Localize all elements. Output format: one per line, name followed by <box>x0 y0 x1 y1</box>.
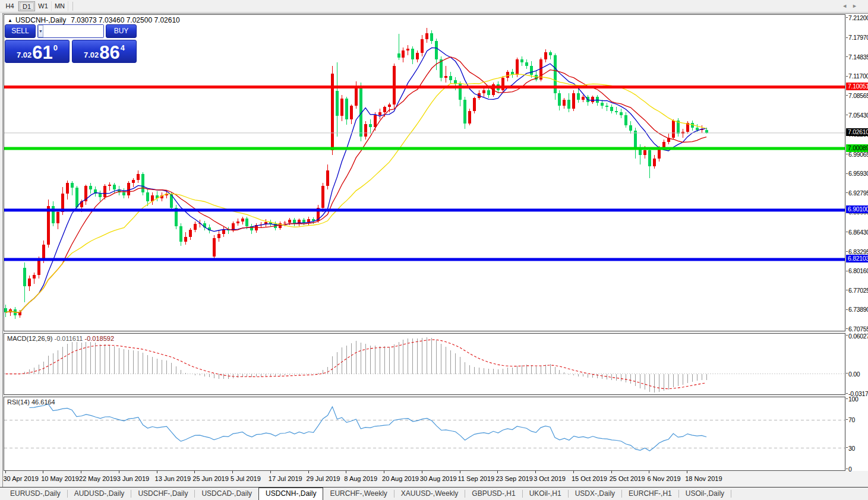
price-axis-tickmark <box>846 271 848 271</box>
horizontal-level-line-7.10051[interactable] <box>4 86 845 88</box>
price-tag-level: 6.82103 <box>846 255 868 262</box>
time-axis-tickmark <box>687 471 687 473</box>
time-axis[interactable]: 30 Apr 201910 May 201922 May 20193 Jun 2… <box>4 471 868 486</box>
time-axis-tickmark <box>384 471 384 473</box>
time-axis-label: 17 Jul 2019 <box>269 475 302 482</box>
chart-tab-usdchf-daily[interactable]: USDCHF-,Daily <box>131 488 194 500</box>
buy-price-big-digits: 86 <box>99 45 119 61</box>
time-axis-label: 23 Sep 2019 <box>495 475 532 482</box>
time-axis-label: 25 Oct 2019 <box>610 475 645 482</box>
price-axis-tickmark <box>846 17 848 18</box>
timeframe-button-d1[interactable]: D1 <box>18 1 35 11</box>
timeframe-button-w1[interactable]: W1 <box>35 1 52 11</box>
time-axis-tickmark <box>194 471 195 473</box>
rsi-axis-tick-label: 30 <box>848 445 855 452</box>
time-axis-tickmark <box>497 471 498 473</box>
time-axis-tickmark <box>5 471 6 473</box>
macd-main-value: -0.011611 <box>54 335 83 342</box>
tab-separator <box>731 490 731 498</box>
price-axis-tick-label: 6.73890 <box>848 306 868 313</box>
price-tag-level: 7.00089 <box>846 144 868 152</box>
time-axis-tickmark <box>43 471 43 473</box>
rsi-axis-tick-label: 0 <box>848 466 852 473</box>
price-tag-level: 6.90100 <box>846 205 868 213</box>
time-axis-label: 3 Oct 2019 <box>534 475 566 482</box>
chart-tab-bar: EURUSD-,DailyAUDUSD-,DailyUSDCHF-,DailyU… <box>0 487 868 500</box>
price-axis-tickmark <box>846 95 848 96</box>
volume-input[interactable] <box>43 25 104 37</box>
time-axis-tickmark <box>232 471 233 473</box>
macd-label: MACD(12,26,9) -0.011611 -0.018592 <box>7 335 114 342</box>
horizontal-level-line-7.00089[interactable] <box>4 147 845 150</box>
buy-button[interactable]: BUY <box>106 24 137 38</box>
chart-tab-eurchf-weekly[interactable]: EURCHF-,Weekly <box>323 488 393 500</box>
chart-tab-gbpusd-h1[interactable]: GBPUSD-,H1 <box>465 488 522 500</box>
chart-tab-ukoil-h1[interactable]: UKOil-,H1 <box>523 488 568 500</box>
time-axis-tickmark <box>81 471 81 473</box>
price-axis-tick-label: 7.17970 <box>848 34 868 41</box>
buy-price-button[interactable]: 7.02 86 4 <box>72 40 137 63</box>
rsi-indicator-pane[interactable] <box>4 397 845 471</box>
tab-scroll-right-icon[interactable]: ► <box>852 3 862 9</box>
chart-tab-usoil-daily[interactable]: USOil-,Daily <box>679 488 731 500</box>
price-tag-current: 7.02610 <box>846 128 868 136</box>
chart-tab-eurusd-daily[interactable]: EURUSD-,Daily <box>4 488 67 500</box>
sell-price-big-digits: 61 <box>32 45 52 61</box>
horizontal-level-line-6.90100[interactable] <box>4 208 845 211</box>
time-axis-tickmark <box>573 471 574 473</box>
macd-indicator-pane[interactable] <box>4 333 845 395</box>
tab-scroll-left-icon[interactable]: ◄ <box>842 3 852 9</box>
time-axis-tickmark <box>270 471 271 473</box>
macd-axis-tick-label: 0.00 <box>848 371 860 378</box>
time-axis-label: 8 Aug 2019 <box>344 475 377 482</box>
price-axis-tickmark <box>846 37 848 38</box>
time-axis-label: 13 Jun 2019 <box>155 475 191 482</box>
collapse-arrow-icon[interactable]: ▲ <box>8 18 12 23</box>
time-axis-tickmark <box>535 471 536 473</box>
chart-tab-usdx-daily[interactable]: USDX-,Daily <box>569 488 621 500</box>
price-axis-tickmark <box>846 115 848 115</box>
timeframe-button-h4[interactable]: H4 <box>2 1 18 11</box>
time-axis-tickmark <box>649 471 649 473</box>
price-axis-tickmark <box>846 309 848 310</box>
chart-tab-usdcnh-daily[interactable]: USDCNH-,Daily <box>258 488 323 500</box>
time-axis-label: 6 Nov 2019 <box>647 475 680 482</box>
sell-price-button[interactable]: 7.02 61 0 <box>5 40 70 63</box>
rsi-canvas[interactable] <box>4 397 845 470</box>
time-axis-tickmark <box>157 471 157 473</box>
price-axis-tickmark <box>846 328 848 329</box>
rsi-axis-tickmark <box>846 419 848 420</box>
time-axis-label: 3 Jun 2019 <box>117 475 149 482</box>
time-axis-label: 18 Nov 2019 <box>685 475 722 482</box>
horizontal-level-line-6.82103[interactable] <box>4 258 845 261</box>
timeframe-button-mn[interactable]: MN <box>52 1 68 11</box>
chart-tab-usdcad-daily[interactable]: USDCAD-,Daily <box>195 488 258 500</box>
ohlc-values: 7.03073 7.03460 7.02500 7.02610 <box>71 16 180 24</box>
price-axis-tick-label: 6.92795 <box>848 189 868 197</box>
price-axis-tickmark <box>846 290 848 290</box>
price-axis-tick-label: 6.70755 <box>848 325 868 333</box>
price-axis-tick-label: 6.95930 <box>848 170 868 177</box>
time-axis-label: 29 Jul 2019 <box>307 475 340 482</box>
macd-canvas[interactable] <box>4 334 845 394</box>
price-axis-tickmark <box>846 232 848 232</box>
macd-axis-tick-label: 0.060273 <box>848 333 868 340</box>
moving-average-line-26 <box>6 74 707 313</box>
price-axis-tick-label: 7.08565 <box>848 92 868 99</box>
time-axis-label: 15 Oct 2019 <box>572 475 607 482</box>
price-axis-tickmark <box>846 173 848 174</box>
macd-axis-tickmark <box>846 393 848 394</box>
macd-axis-tickmark <box>846 335 848 336</box>
chart-tab-xauusd-weekly[interactable]: XAUUSD-,Weekly <box>394 488 465 500</box>
volume-decrease-button[interactable]: ▼ <box>38 25 43 37</box>
sell-button[interactable]: SELL <box>5 24 36 38</box>
time-axis-label: 10 May 2019 <box>41 475 79 482</box>
time-axis-label: 25 Jun 2019 <box>192 475 229 482</box>
chart-tab-eurchf-h1[interactable]: EURCHF-,H1 <box>622 488 678 500</box>
price-axis-tickmark <box>846 76 848 77</box>
time-axis-tickmark <box>422 471 422 473</box>
chart-tab-audusd-daily[interactable]: AUDUSD-,Daily <box>68 488 131 500</box>
price-axis-tick-label: 7.14835 <box>848 53 868 61</box>
price-axis-tick-label: 7.05430 <box>848 112 868 119</box>
price-axis-tickmark <box>846 56 848 57</box>
